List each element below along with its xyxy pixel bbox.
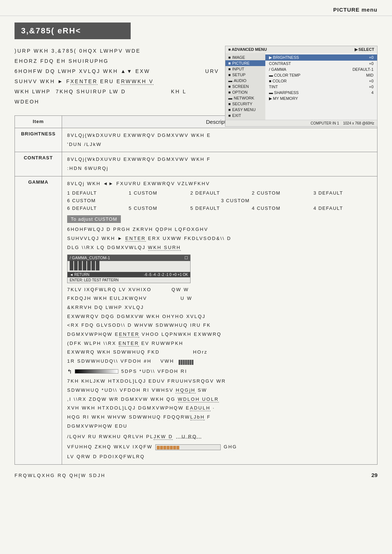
- preset-grid-2: 6 CUSTOM 3 CUSTOM: [67, 198, 372, 203]
- item-contrast: CONTRAST: [15, 152, 62, 176]
- preset-2custom: 2 CUSTOM: [252, 190, 311, 196]
- menu-right-mymemory[interactable]: ▶ MY MEMORY: [265, 95, 377, 102]
- custom-highlight-box: To adjust CUSTOM: [67, 215, 121, 223]
- image-icon: ■: [228, 55, 231, 60]
- menu-item-exit[interactable]: ■ EXIT: [225, 113, 265, 118]
- gamma-widget-bars: [68, 261, 190, 272]
- footer-page: 29: [371, 472, 377, 478]
- menu-item-easy[interactable]: ■ EASY MENU: [225, 107, 265, 113]
- menu-item-network[interactable]: ▬ NETWORK: [225, 95, 265, 101]
- desc-brightness: 8VLQj{WkDXUVRU EXWWRQV DGMXVWV WKH E 'DU…: [62, 128, 377, 152]
- item-brightness: BRIGHTNESS: [15, 128, 62, 152]
- small-widget: [155, 444, 221, 450]
- intro-section: )URP WKH 3,&785( 0HQX LWHPV WDE EHORZ FD…: [15, 46, 377, 107]
- sw-bar1: [157, 446, 160, 449]
- ramp-row: ↰ 5DPS *UD\\ VFDOH RI: [67, 367, 372, 376]
- menu-item-picture[interactable]: ■ PICTURE: [225, 60, 265, 66]
- bar6: [189, 360, 191, 365]
- page-header: PICTURE menu: [0, 0, 392, 16]
- desc-gamma: 8VLQj WKH ◄► FXUVRU EXWWRQV VZLWFKHV 1 D…: [62, 176, 377, 464]
- col-header-item: Item: [15, 116, 62, 128]
- gamma-bar-2: [74, 260, 78, 270]
- gamma-widget-close[interactable]: ☐: [184, 256, 188, 260]
- return-label[interactable]: ◄ RETURN: [70, 273, 89, 277]
- bar5: [187, 360, 189, 365]
- gamma-bar-3: [78, 260, 82, 270]
- preset-4default: 4 DEFAULT: [313, 205, 372, 211]
- menu-right-tint[interactable]: TINT+0: [265, 84, 377, 90]
- gamma-bar-1: [70, 260, 73, 270]
- security-icon: ■: [228, 102, 231, 106]
- gamma-bar-5: [87, 260, 91, 270]
- preset-5default: 5 DEFAULT: [190, 205, 249, 211]
- gamma-widget-container: / GAMMA_CUSTOM-1 ☐: [67, 254, 372, 283]
- page-title: PICTURE menu: [333, 7, 377, 13]
- bar7: [192, 360, 193, 365]
- menu-footer: COMPUTER IN 1 1024 x 768 @60Hz: [225, 120, 377, 126]
- menu-item-screen[interactable]: ■ SCREEN: [225, 83, 265, 89]
- menu-right-gamma[interactable]: / GAMMADEFAULT-1: [265, 66, 377, 72]
- preset-1default: 1 DEFAULT: [67, 190, 126, 196]
- inline-bars-1: [179, 358, 193, 365]
- option-icon: ■: [228, 90, 231, 94]
- menu-header: ■ ADVANCED MENU ▶ SELECT: [225, 46, 377, 53]
- menu-right-brightness[interactable]: ▶ BRIGHTNESS+0: [265, 54, 377, 61]
- table-row-brightness: BRIGHTNESS 8VLQj{WkDXUVRU EXWWRQV DGMXVW…: [15, 128, 377, 152]
- menu-right-col: ▶ BRIGHTNESS+0 CONTRAST+0 / GAMMADEFAULT…: [265, 53, 377, 120]
- pattern-label: ENTER: LED TEST PATTERN: [68, 277, 190, 283]
- gamma-widget-controls: ◄ RETURN -6 -5 -4 -3 -2 -1 0 +0 +1 OK: [68, 272, 190, 277]
- preset-2default: 2 DEFAULT: [190, 190, 249, 196]
- bar1: [179, 360, 180, 365]
- footer-continued: FRQWLQXHG RQ QH[W SDJH: [15, 473, 106, 478]
- gamma-widget-title: / GAMMA_CUSTOM-1: [70, 256, 110, 260]
- sw-bar7: [176, 446, 179, 449]
- setup-icon: ■: [228, 73, 231, 77]
- gamma-bar-6: [91, 260, 95, 270]
- preset-3default: 3 DEFAULT: [313, 190, 372, 196]
- desc-contrast: 8VLQj{WkDXUVRU EXWWRQV DGMXVWV WKH F :HD…: [62, 152, 377, 176]
- exit-icon: ■: [228, 113, 231, 118]
- sw-bar5: [170, 446, 173, 449]
- menu-item-setup[interactable]: ■ SETUP: [225, 72, 265, 78]
- easy-icon: ■: [228, 107, 231, 112]
- screen-icon: ■: [228, 84, 231, 89]
- ramp-arrow-icon: ↰: [67, 368, 72, 375]
- table-row-contrast: CONTRAST 8VLQj{WkDXUVRU EXWWRQV DGMXVWV …: [15, 152, 377, 176]
- menu-item-option[interactable]: ■ OPTION: [225, 89, 265, 95]
- menu-item-audio[interactable]: ▬ AUDIO: [225, 78, 265, 83]
- bar4: [185, 360, 187, 365]
- menu-right-contrast[interactable]: CONTRAST+0: [265, 61, 377, 66]
- ramp-label: 5DPS *UD\\ VFDOH RI: [121, 367, 187, 376]
- preset-6custom: 6 CUSTOM: [67, 198, 218, 203]
- menu-title: ■ ADVANCED MENU: [228, 47, 267, 52]
- menu-item-image[interactable]: ■ IMAGE: [225, 54, 265, 60]
- title-bar: 3,&785( eRH<: [15, 23, 131, 39]
- menu-overlay: ■ ADVANCED MENU ▶ SELECT ■ IMAGE ■ PICTU…: [225, 46, 377, 127]
- preset-1custom: 1 CUSTOM: [129, 190, 188, 196]
- menu-body: ■ IMAGE ■ PICTURE ■ INPUT ■ SETUP ▬ AUDI…: [225, 53, 377, 120]
- sw-bar3: [163, 446, 166, 449]
- gamma-widget: / GAMMA_CUSTOM-1 ☐: [67, 254, 191, 283]
- menu-item-security[interactable]: ■ SECURITY: [225, 101, 265, 107]
- menu-item-input[interactable]: ■ INPUT: [225, 66, 265, 72]
- preset-4custom: 4 CUSTOM: [252, 205, 311, 211]
- title-bar-text: 3,&785( eRH<: [21, 26, 81, 35]
- preset-grid-1: 1 DEFAULT 1 CUSTOM 2 DEFAULT 2 CUSTOM 3 …: [67, 190, 372, 196]
- gamma-bar-4: [83, 260, 86, 270]
- ramp-gradient: [75, 369, 118, 374]
- screen-row: VFUHHQ ZKHQ WKLV IXQFW GHG: [67, 443, 372, 452]
- noise-row: /LQHV RU RWKHU QRLVH PLJKW D ...........…: [67, 432, 372, 441]
- audio-icon: ▬: [228, 78, 232, 83]
- menu-left-col: ■ IMAGE ■ PICTURE ■ INPUT ■ SETUP ▬ AUDI…: [225, 53, 265, 120]
- menu-right-color[interactable]: ■ COLOR+0: [265, 78, 377, 84]
- menu-right-colortemp[interactable]: ▬ COLOR TEMPMID: [265, 72, 377, 78]
- picture-icon: ■: [228, 61, 231, 65]
- menu-right-sharpness[interactable]: ▬ SHARPNESS4: [265, 90, 377, 95]
- bar2: [181, 360, 183, 365]
- gamma-bar-7: [96, 260, 99, 270]
- sw-bar4: [167, 446, 170, 449]
- input-icon: ■: [228, 67, 231, 71]
- preset-6default: 6 DEFAULT: [67, 205, 126, 211]
- preset-3custom: 3 CUSTOM: [221, 198, 372, 203]
- sw-bar6: [173, 446, 176, 449]
